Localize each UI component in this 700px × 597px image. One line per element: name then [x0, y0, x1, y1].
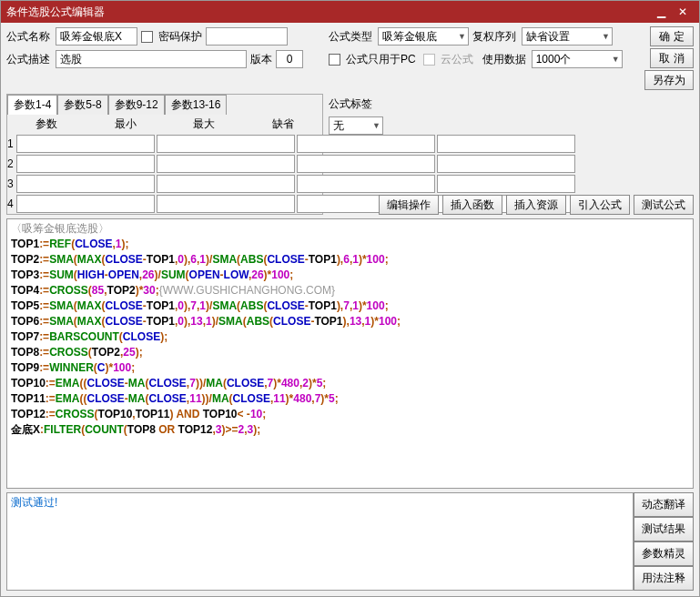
label-rights: 复权序列	[472, 29, 518, 45]
param-cell[interactable]	[157, 135, 295, 153]
param-header: 最小	[86, 116, 166, 132]
pconly-checkbox[interactable]	[329, 54, 340, 66]
label-desc: 公式描述	[6, 52, 52, 67]
version-input[interactable]	[276, 50, 303, 68]
editop-button[interactable]: 编辑操作	[379, 195, 439, 215]
testres-button[interactable]: 测试结果	[634, 517, 694, 541]
status-output: 测试通过!	[6, 492, 634, 591]
ok-button[interactable]: 确 定	[650, 26, 694, 46]
test-button[interactable]: 测试公式	[634, 195, 694, 215]
label-pwd: 密码保护	[158, 29, 202, 45]
label-cloud: 云公式	[441, 52, 473, 67]
label-ver: 版本	[250, 52, 272, 67]
label-tag: 公式标签	[329, 96, 374, 112]
param-cell[interactable]	[16, 195, 155, 213]
label-usedata: 使用数据	[482, 52, 528, 67]
label-name: 公式名称	[6, 29, 52, 45]
password-checkbox[interactable]	[141, 31, 153, 43]
chevron-down-icon: ▼	[458, 32, 466, 41]
cloud-checkbox	[423, 54, 435, 66]
saveas-button[interactable]: 另存为	[644, 70, 694, 90]
param-header: 参数	[7, 116, 86, 132]
chevron-down-icon: ▼	[602, 32, 610, 41]
formula-name-input[interactable]	[56, 27, 137, 46]
param-header: 缺省	[244, 116, 323, 132]
param-cell[interactable]	[157, 155, 295, 173]
tab-params-2[interactable]: 参数5-8	[57, 95, 107, 115]
minimize-icon[interactable]: ▁	[650, 5, 672, 18]
label-pconly: 公式只用于PC	[346, 52, 416, 67]
param-header: 最大	[165, 116, 244, 132]
dyntrans-button[interactable]: 动态翻译	[634, 492, 694, 517]
usedata-select[interactable]: 1000个▼	[532, 50, 623, 68]
tab-params-3[interactable]: 参数9-12	[108, 95, 165, 115]
insfn-button[interactable]: 插入函数	[442, 195, 502, 215]
label-type: 公式类型	[329, 29, 374, 45]
import-button[interactable]: 引入公式	[570, 195, 630, 215]
formula-desc-input[interactable]	[56, 50, 247, 68]
param-cell[interactable]	[16, 155, 155, 173]
param-cell[interactable]	[157, 195, 295, 213]
tab-params-1[interactable]: 参数1-4	[7, 95, 57, 115]
paramhelp-button[interactable]: 参数精灵	[634, 541, 694, 566]
param-cell[interactable]	[16, 175, 155, 193]
window-title: 条件选股公式编辑器	[6, 5, 650, 20]
chevron-down-icon: ▼	[612, 55, 620, 64]
code-editor[interactable]: 〈吸筹金银底选股〉 TOP1:=REF(CLOSE,1); TOP2:=SMA(…	[6, 218, 694, 489]
close-icon[interactable]: ✕	[672, 5, 694, 18]
formula-type-select[interactable]: 吸筹金银底▼	[378, 27, 469, 46]
titlebar: 条件选股公式编辑器 ▁ ✕	[1, 1, 699, 23]
cancel-button[interactable]: 取 消	[650, 48, 694, 68]
insres-button[interactable]: 插入资源	[506, 195, 566, 215]
chevron-down-icon: ▼	[372, 121, 380, 130]
params-panel: 参数1-4参数5-8参数9-12参数13-16 参数最小最大缺省 1234	[6, 94, 323, 215]
usage-button[interactable]: 用法注释	[634, 566, 694, 591]
param-cell[interactable]	[16, 135, 155, 153]
param-cell[interactable]	[157, 175, 295, 193]
tab-params-4[interactable]: 参数13-16	[165, 95, 228, 115]
rights-select[interactable]: 缺省设置▼	[522, 27, 613, 46]
tag-select[interactable]: 无▼	[329, 116, 383, 135]
password-input[interactable]	[206, 27, 288, 46]
